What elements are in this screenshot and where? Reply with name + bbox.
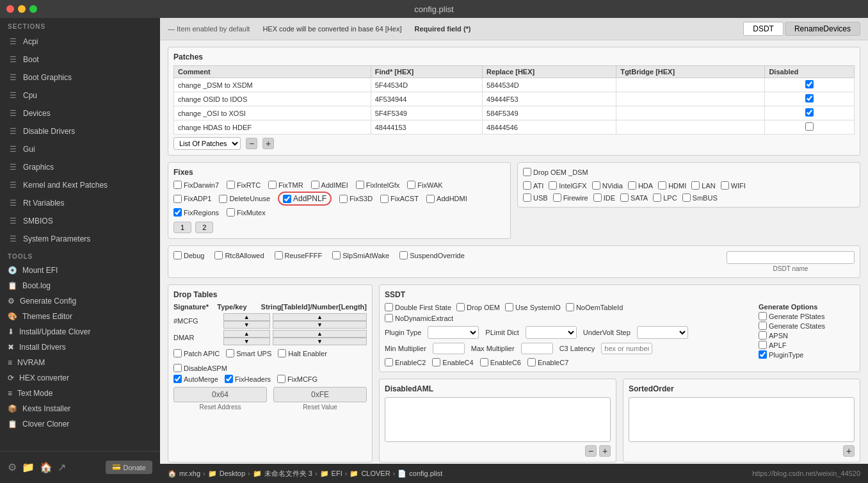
fix-mcfg-label[interactable]: FixMCFG [277,375,317,383]
disabled-aml-textarea[interactable] [385,397,611,442]
close-button[interactable] [6,5,14,13]
home-icon[interactable]: 🏠 [40,461,52,473]
reset-address-input[interactable] [173,387,267,402]
fix-darwin7[interactable]: FixDarwin7 [173,181,219,189]
fix-lan[interactable]: LAN [691,181,715,190]
no-oem-table-id-checkbox[interactable] [566,303,574,311]
use-system-io[interactable]: Use SystemIO [505,303,561,311]
undervolt-step-select[interactable] [637,326,688,339]
sidebar-item-smbios[interactable]: ☰ SMBIOS [0,212,160,230]
fix-headers-checkbox[interactable] [225,375,233,383]
double-first-state[interactable]: Double First State [385,303,451,311]
fix-headers-label[interactable]: FixHeaders [225,375,271,383]
firewire-checkbox[interactable] [553,193,561,202]
sidebar-item-disable-drivers[interactable]: ☰ Disable Drivers [0,122,160,140]
minimize-button[interactable] [18,5,26,13]
tool-text-mode[interactable]: ≡ Text Mode [0,386,160,401]
fix-mutex[interactable]: FixMutex [227,208,266,217]
cell-disabled[interactable] [765,92,855,106]
tool-install-clover[interactable]: ⬇ Install/Update Clover [0,324,160,340]
dmar-str-stepper-down[interactable]: ▼ [273,338,367,345]
sidebar-item-kernel-kext[interactable]: ☰ Kernel and Kext Patches [0,176,160,194]
patch-apic-checkbox[interactable] [173,349,182,357]
aplf[interactable]: APLF [759,341,855,349]
fixmutex-checkbox[interactable] [227,208,235,217]
dmar-stepper-up[interactable]: ▲ [223,330,271,338]
intelgfx-checkbox[interactable] [549,181,557,190]
fix-smbus[interactable]: SmBUS [682,193,718,202]
sidebar-item-system-parameters[interactable]: ☰ System Parameters [0,230,160,248]
nvidia-checkbox[interactable] [592,181,600,190]
tool-themes-editor[interactable]: 🎨 Themes Editor [0,309,160,324]
wifi-checkbox[interactable] [721,181,729,190]
folder-icon[interactable]: 📁 [22,461,35,473]
rtc8allowed-label[interactable]: Rtc8Allowed [214,251,264,259]
sorted-add-button[interactable]: + [843,445,855,457]
hda-checkbox[interactable] [628,181,636,190]
maximize-button[interactable] [29,5,37,13]
tool-nvram[interactable]: ≡ NVRAM [0,355,160,370]
hdmi-checkbox[interactable] [658,181,666,190]
halt-enabler-label[interactable]: Halt Enabler [278,349,327,357]
use-system-io-checkbox[interactable] [505,303,513,311]
deleteunused-checkbox[interactable] [219,195,227,203]
plimit-dict-select[interactable] [526,326,577,339]
fix-tmr[interactable]: FixTMR [268,181,303,189]
dt-string-dmar[interactable]: ▲ ▼ [273,330,367,345]
fixtmr-checkbox[interactable] [268,181,277,189]
fix-sata[interactable]: SATA [620,193,648,202]
fix-num-2-button[interactable]: 2 [195,222,213,233]
dt-type-dmar[interactable]: ▲ ▼ [223,330,271,345]
smart-ups-label[interactable]: Smart UPS [226,349,271,357]
max-multiplier-input[interactable] [521,343,553,354]
fix-addhdmi[interactable]: AddHDMI [426,195,467,203]
drop-oem-dsm-checkbox[interactable] [523,168,531,176]
lpc-checkbox[interactable] [653,193,661,202]
cell-disabled[interactable] [765,120,855,135]
apsn-checkbox[interactable] [759,331,767,340]
tool-install-drivers[interactable]: ✖ Install Drivers [0,340,160,355]
addpnlf-checkbox[interactable] [283,195,291,203]
debug-checkbox[interactable] [173,251,182,259]
aml-remove-button[interactable]: − [585,445,597,457]
fixs3d-checkbox[interactable] [339,195,348,203]
dt-type-mcfg[interactable]: ▲ ▼ [223,313,271,329]
lan-checkbox[interactable] [691,181,700,190]
sidebar-item-acpi[interactable]: ☰ Acpi [0,33,160,51]
disabled-checkbox[interactable] [805,122,814,131]
fix-ide[interactable]: IDE [593,193,615,202]
fix-num-1-button[interactable]: 1 [173,222,191,233]
tool-kexts-installer[interactable]: 📦 Kexts Installer [0,401,160,416]
fixacst-checkbox[interactable] [380,195,389,203]
share-icon[interactable]: ↗ [58,461,66,473]
fix-s3d[interactable]: FixS3D [339,195,373,203]
reuseffff-checkbox[interactable] [275,251,283,259]
double-first-state-checkbox[interactable] [385,303,393,311]
dt-string-mcfg[interactable]: ▲ ▼ [273,313,367,329]
fix-regions[interactable]: FixRegions [173,208,219,217]
generate-cstates[interactable]: Generate CStates [759,322,855,330]
sidebar-item-gui[interactable]: ☰ Gui [0,140,160,158]
fixwak-checkbox[interactable] [407,181,415,189]
tool-mount-efi[interactable]: 💿 Mount EFI [0,263,160,278]
mcfg-stepper-down[interactable]: ▼ [223,321,271,329]
addimei-checkbox[interactable] [311,181,319,189]
aplf-checkbox[interactable] [759,341,767,349]
drop-oem-checkbox[interactable] [456,303,465,311]
usb-checkbox[interactable] [523,193,531,202]
no-dynamic-extract[interactable]: NoDynamicExtract [385,314,746,322]
enablec2-checkbox[interactable] [385,358,393,366]
enablec6-checkbox[interactable] [480,358,488,366]
patch-apic-label[interactable]: Patch APIC [173,349,220,357]
ati-checkbox[interactable] [523,181,531,190]
disable-aspm-checkbox[interactable] [173,364,182,372]
fix-addpnlf-highlighted[interactable]: AddPNLF [278,192,332,206]
list-of-patches-dropdown[interactable]: List Of Patches [173,137,241,150]
fix-acst[interactable]: FixACST [380,195,419,203]
reuseffff-label[interactable]: ReuseFFFF [275,251,323,259]
plugin-type-select[interactable] [428,326,479,339]
ide-checkbox[interactable] [593,193,602,202]
c3-latency-input[interactable] [601,343,652,354]
fix-wifi[interactable]: WIFI [721,181,746,190]
settings-icon[interactable]: ⚙ [8,461,17,473]
